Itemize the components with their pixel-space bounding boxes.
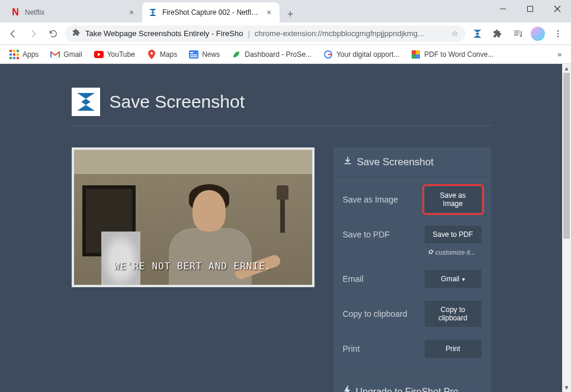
customize-link[interactable]: ✿ customize it...: [343, 248, 482, 256]
reload-button[interactable]: [45, 25, 62, 42]
svg-rect-19: [412, 54, 416, 59]
save-as-image-button[interactable]: Save as Image: [425, 187, 482, 213]
content-viewport: Save Screenshot WE'RE NOT BERT AND ERNIE…: [0, 64, 571, 392]
clipboard-label: Copy to clipboard: [343, 309, 408, 319]
tab-netflix[interactable]: N Netflix ×: [5, 2, 142, 23]
gear-icon: ✿: [428, 248, 433, 256]
fireshot-logo: [72, 88, 100, 116]
forward-button[interactable]: [25, 25, 41, 42]
bookmark-label: Apps: [23, 50, 39, 59]
minimize-button[interactable]: [489, 0, 517, 18]
scroll-up-arrow-icon[interactable]: ▲: [562, 64, 571, 73]
email-label: Email: [343, 274, 364, 284]
svg-point-6: [557, 30, 559, 32]
preview-caption: WE'RE NOT BERT AND ERNIE.: [74, 261, 312, 272]
svg-point-8: [557, 36, 559, 37]
close-icon[interactable]: ×: [127, 8, 136, 17]
scroll-down-arrow-icon[interactable]: ▼: [562, 383, 571, 392]
gmail-icon: [50, 50, 60, 59]
browser-toolbar: Take Webpage Screenshots Entirely - Fire…: [0, 23, 571, 45]
page-header: Save Screenshot: [72, 88, 491, 126]
email-gmail-button[interactable]: Gmail▾: [425, 270, 482, 288]
bookmark-pdf[interactable]: PDF to Word Conve...: [406, 47, 498, 62]
apps-grid-icon: [9, 50, 19, 59]
close-icon[interactable]: ×: [264, 8, 274, 17]
bookmark-label: PDF to Word Conve...: [424, 50, 493, 59]
address-bar[interactable]: Take Webpage Screenshots Entirely - Fire…: [65, 25, 466, 42]
bookmark-gmail[interactable]: Gmail: [46, 47, 86, 62]
tab-title: FireShot Capture 002 - Netflix - w: [162, 8, 259, 17]
fireshot-extension-icon[interactable]: [469, 25, 486, 42]
titlebar: N Netflix × FireShot Capture 002 - Netfl…: [0, 0, 571, 23]
caret-down-icon: ▾: [462, 276, 465, 282]
bookmark-label: Gmail: [63, 50, 82, 59]
bookmarks-bar: Apps Gmail YouTube Maps News Dashboard -…: [0, 45, 571, 64]
omnibox-separator: |: [248, 29, 249, 38]
svg-rect-20: [416, 54, 420, 59]
scrollbar-thumb[interactable]: [563, 73, 570, 239]
copy-to-clipboard-button[interactable]: Copy to clipboard: [425, 301, 482, 327]
svg-rect-18: [416, 50, 420, 54]
news-icon: [189, 50, 198, 59]
bookmark-star-icon[interactable]: ☆: [451, 29, 458, 38]
google-g-icon: [323, 50, 333, 59]
profile-avatar[interactable]: [530, 25, 546, 42]
svg-rect-17: [412, 50, 416, 54]
leaf-icon: [232, 50, 241, 59]
reading-list-icon[interactable]: [509, 25, 526, 42]
back-button[interactable]: [5, 25, 21, 42]
screenshot-preview[interactable]: WE'RE NOT BERT AND ERNIE.: [72, 147, 315, 287]
svg-rect-14: [190, 54, 197, 56]
bookmark-digital[interactable]: Your digital opport...: [319, 47, 404, 62]
svg-rect-2: [528, 7, 533, 12]
svg-rect-13: [190, 52, 193, 53]
upgrade-text: Upgrade to FireShot Pro: [356, 387, 458, 392]
omnibox-url: chrome-extension://mcbpblocgmgfnpjjppndj…: [255, 29, 447, 38]
bookmark-label: Dashboard - ProSe...: [245, 50, 312, 59]
print-label: Print: [343, 344, 360, 354]
panel-header: Save Screenshot: [333, 147, 491, 177]
bookmark-maps[interactable]: Maps: [142, 47, 182, 62]
download-icon: [343, 156, 352, 168]
fireshot-icon: [148, 8, 158, 17]
vertical-scrollbar[interactable]: ▲ ▼: [562, 64, 571, 392]
print-button[interactable]: Print: [425, 340, 482, 358]
extensions-puzzle-icon[interactable]: [489, 25, 506, 42]
page-title: Save Screenshot: [110, 92, 245, 112]
save-image-label: Save as Image: [343, 195, 398, 204]
save-to-pdf-button[interactable]: Save to PDF: [425, 226, 482, 243]
close-window-button[interactable]: [544, 0, 571, 18]
bookmark-label: Maps: [160, 50, 177, 59]
bookmarks-overflow[interactable]: »: [553, 48, 566, 61]
bookmark-youtube[interactable]: YouTube: [89, 47, 140, 62]
maximize-button[interactable]: [517, 0, 544, 18]
youtube-icon: [94, 50, 104, 59]
tab-strip: N Netflix × FireShot Capture 002 - Netfl…: [0, 0, 299, 23]
extension-puzzle-icon: [72, 28, 81, 38]
save-panel: Save Screenshot Save as Image Save as Im…: [333, 147, 491, 392]
omnibox-title: Take Webpage Screenshots Entirely - Fire…: [85, 29, 243, 38]
lightning-icon: [343, 385, 351, 392]
chrome-menu-icon[interactable]: [550, 25, 566, 42]
maps-pin-icon: [147, 50, 156, 59]
bookmark-news[interactable]: News: [184, 47, 224, 62]
bookmark-label: YouTube: [107, 50, 135, 59]
bookmark-label: News: [202, 50, 220, 59]
window-controls: [489, 0, 571, 18]
netflix-icon: N: [11, 8, 20, 17]
new-tab-button[interactable]: +: [282, 6, 299, 23]
bookmark-dashboard[interactable]: Dashboard - ProSe...: [227, 47, 316, 62]
panel-title: Save Screenshot: [357, 156, 434, 168]
tab-fireshot[interactable]: FireShot Capture 002 - Netflix - w ×: [142, 2, 280, 23]
chevron-right-icon: »: [557, 50, 562, 59]
upgrade-section[interactable]: Upgrade to FireShot Pro: [333, 375, 491, 392]
bookmark-label: Your digital opport...: [336, 50, 399, 59]
tab-title: Netflix: [25, 8, 122, 17]
preview-image: WE'RE NOT BERT AND ERNIE.: [74, 150, 312, 285]
svg-point-7: [557, 33, 559, 34]
pdf-icon: [411, 50, 421, 59]
svg-rect-15: [190, 56, 197, 57]
svg-point-11: [150, 52, 153, 54]
page-content: Save Screenshot WE'RE NOT BERT AND ERNIE…: [0, 64, 562, 392]
bookmark-apps[interactable]: Apps: [5, 47, 43, 62]
